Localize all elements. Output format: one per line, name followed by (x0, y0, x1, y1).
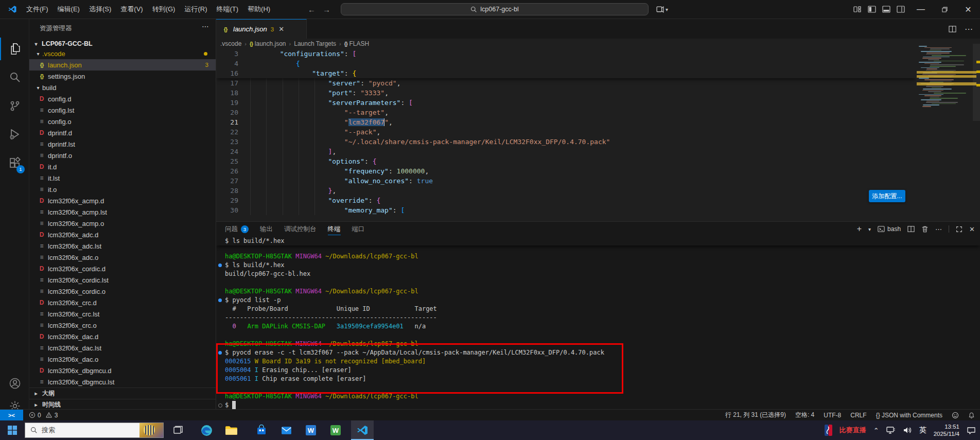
tree-item-lcm32f06x_dbgmcu.d[interactable]: Dlcm32f06x_dbgmcu.d (29, 365, 216, 376)
tree-item-config.d[interactable]: Dconfig.d (29, 93, 216, 104)
toggle-panel-icon[interactable] (882, 5, 890, 13)
menu-terminal[interactable]: 终端(T) (212, 3, 243, 16)
file-explorer-icon[interactable] (220, 420, 242, 440)
window-minimize-button[interactable]: ― (909, 0, 933, 19)
panel-tab-output[interactable]: 输出 (260, 222, 273, 236)
tab-close-icon[interactable]: ✕ (278, 25, 284, 33)
problems-status[interactable]: 0 3 (29, 410, 58, 420)
eol-sequence[interactable]: CRLF (850, 412, 866, 419)
tree-item-lcm32f06x_crc.d[interactable]: Dlcm32f06x_crc.d (29, 297, 216, 308)
tree-item-lcm32f06x_adc.lst[interactable]: ≡lcm32f06x_adc.lst (29, 240, 216, 252)
tree-item-it.lst[interactable]: ≡it.lst (29, 172, 216, 184)
menu-file[interactable]: 文件(F) (22, 3, 53, 16)
code-editor[interactable]: 3 "configurations": [4 {16 "target": { 1… (216, 49, 916, 221)
tree-item-config.lst[interactable]: ≡config.lst (29, 104, 216, 116)
minimap[interactable] (917, 44, 976, 126)
tree-item-launch.json[interactable]: {}launch.json3 (29, 59, 216, 71)
explorer-icon[interactable] (0, 38, 29, 60)
action-center-icon[interactable] (967, 426, 976, 435)
menu-view[interactable]: 查看(V) (116, 3, 147, 16)
tree-item-build[interactable]: ▾build (29, 82, 216, 93)
terminal-instance[interactable]: bash (878, 225, 901, 233)
search-highlight-image[interactable] (139, 423, 163, 437)
remote-indicator[interactable]: >< (0, 410, 23, 420)
cursor-position[interactable]: 行 21, 列 31 (已选择9) (725, 411, 786, 419)
tab-launch-json[interactable]: {} launch.json 3 ✕ (216, 19, 307, 39)
feedback-smiley-icon[interactable] (952, 412, 959, 419)
indentation[interactable]: 空格: 4 (795, 411, 814, 419)
tree-item-dprintf.d[interactable]: Ddprintf.d (29, 127, 216, 138)
source-control-icon[interactable] (0, 95, 29, 117)
tree-item-lcm32f06x_adc.o[interactable]: ≡lcm32f06x_adc.o (29, 252, 216, 263)
tree-item-dprintf.o[interactable]: ≡dprintf.o (29, 150, 216, 161)
tree-item-lcm32f06x_acmp.lst[interactable]: ≡lcm32f06x_acmp.lst (29, 206, 216, 218)
tree-item-settings.json[interactable]: {}settings.json (29, 71, 216, 82)
tree-item-lcm32f06x_cordic.o[interactable]: ≡lcm32f06x_cordic.o (29, 286, 216, 297)
tree-item-lcm32f06x_dbgmcu.lst[interactable]: ≡lcm32f06x_dbgmcu.lst (29, 376, 216, 388)
tree-item-lcm32f06x_cordic.lst[interactable]: ≡lcm32f06x_cordic.lst (29, 274, 216, 286)
add-configuration-button[interactable]: 添加配置... (869, 190, 905, 202)
hidden-icons-chevron[interactable]: ⌃ (873, 427, 879, 434)
panel-tab-problems[interactable]: 问题3 (225, 222, 249, 236)
account-icon[interactable] (0, 372, 29, 395)
ime-indicator[interactable]: 英 (919, 426, 926, 435)
search-sidebar-icon[interactable] (0, 66, 29, 89)
notifications-bell-icon[interactable] (968, 412, 975, 419)
taskbar-clock[interactable]: 13:51 2025/11/4 (934, 423, 959, 437)
tree-item-it.d[interactable]: Dit.d (29, 161, 216, 172)
breadcrumb-launch-targets[interactable]: Launch Targets (294, 40, 336, 47)
maximize-panel-icon[interactable] (956, 226, 962, 233)
start-button[interactable] (0, 420, 25, 440)
speaker-icon[interactable] (903, 426, 912, 434)
tree-item-.vscode[interactable]: ▾.vscode (29, 48, 216, 59)
customize-layout-icon[interactable] (853, 5, 862, 13)
menu-edit[interactable]: 编辑(E) (53, 3, 84, 16)
close-panel-icon[interactable]: ✕ (969, 225, 975, 233)
editor-more-actions-icon[interactable]: ⋯ (965, 24, 973, 34)
tree-item-lcm32f06x_crc.o[interactable]: ≡lcm32f06x_crc.o (29, 320, 216, 331)
task-view-button[interactable] (167, 420, 189, 440)
tree-item-lcm32f06x_dac.d[interactable]: Dlcm32f06x_dac.d (29, 331, 216, 342)
vscode-taskbar-icon[interactable] (351, 420, 374, 440)
panel-tab-ports[interactable]: 端口 (352, 222, 365, 236)
encoding[interactable]: UTF-8 (824, 412, 841, 419)
menu-selection[interactable]: 选择(S) (84, 3, 116, 16)
new-terminal-icon[interactable]: + (857, 224, 862, 234)
timeline-section[interactable]: ▸ 时间线 (29, 399, 216, 409)
tree-item-config.o[interactable]: ≡config.o (29, 116, 216, 127)
menu-run[interactable]: 运行(R) (180, 3, 212, 16)
breadcrumb--vscode[interactable]: .vscode (220, 40, 241, 47)
terminal-dropdown-icon[interactable]: ▾ (868, 226, 871, 232)
language-mode[interactable]: {} JSON with Comments (876, 412, 942, 419)
extensions-icon[interactable]: 1 (0, 152, 29, 174)
network-display-icon[interactable] (886, 426, 896, 434)
tree-item-dprintf.lst[interactable]: ≡dprintf.lst (29, 138, 216, 150)
tree-item-lcm32f06x_acmp.o[interactable]: ≡lcm32f06x_acmp.o (29, 218, 216, 229)
word-app-icon[interactable]: W (300, 420, 322, 440)
outline-section[interactable]: ▸ 大纲 (29, 388, 216, 399)
toggle-secondary-sidebar-icon[interactable] (897, 5, 905, 13)
menu-help[interactable]: 帮助(H) (243, 3, 275, 16)
run-debug-icon[interactable] (0, 123, 29, 146)
tree-item-lcm32f06x_adc.d[interactable]: Dlcm32f06x_adc.d (29, 229, 216, 240)
split-terminal-icon[interactable] (907, 225, 915, 233)
live-broadcast-text[interactable]: 比赛直播 (839, 426, 866, 435)
forward-arrow-icon[interactable]: → (323, 5, 330, 14)
edge-browser-icon[interactable] (195, 420, 218, 440)
mail-app-icon[interactable] (275, 420, 297, 440)
launch-dropdown[interactable]: ▾ (656, 0, 668, 19)
kill-terminal-trash-icon[interactable] (921, 225, 929, 233)
command-center-search[interactable]: lcp067-gcc-bl (341, 3, 649, 15)
breadcrumb-flash[interactable]: {}FLASH (344, 40, 369, 47)
menu-go[interactable]: 转到(G) (148, 3, 180, 16)
panel-more-actions-icon[interactable]: ⋯ (935, 225, 942, 233)
back-arrow-icon[interactable]: ← (308, 5, 316, 14)
tree-item-lcm32f06x_dac.lst[interactable]: ≡lcm32f06x_dac.lst (29, 342, 216, 354)
tree-item-it.o[interactable]: ≡it.o (29, 184, 216, 195)
tree-item-lcm32f06x_crc.lst[interactable]: ≡lcm32f06x_crc.lst (29, 308, 216, 320)
split-editor-icon[interactable] (949, 25, 956, 33)
toggle-sidebar-icon[interactable] (868, 5, 876, 13)
panel-tab-terminal[interactable]: 终端 (328, 222, 341, 236)
window-close-button[interactable]: ✕ (956, 0, 980, 19)
nba-live-icon[interactable] (825, 425, 832, 436)
